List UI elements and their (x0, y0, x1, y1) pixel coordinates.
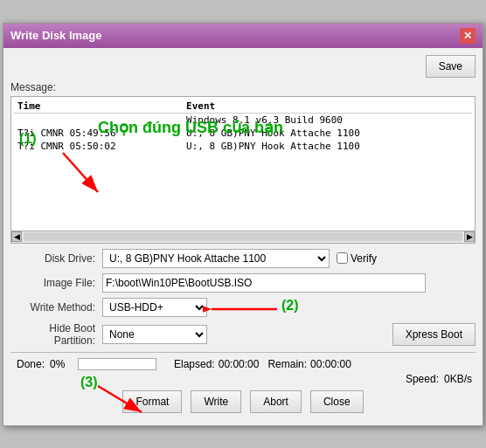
write-method-row: Write Method: USB-HDD+ USB-ZIP+ USB-FDD+… (10, 298, 476, 317)
verify-label: Verify (351, 252, 377, 265)
done-value: 0% (50, 358, 74, 370)
speed-value: 0KB/s (444, 373, 472, 385)
title-bar: Write Disk Image ✕ (3, 24, 483, 48)
remain-value: 00:00:00 (310, 358, 351, 370)
close-button[interactable]: Close (310, 390, 364, 413)
col-time: Time (14, 100, 183, 114)
scroll-left-btn[interactable]: ◀ (11, 231, 22, 242)
disk-drive-label: Disk Drive: (10, 252, 102, 265)
scroll-track (24, 232, 462, 241)
close-window-button[interactable]: ✕ (460, 28, 476, 44)
verify-check-container: Verify (337, 252, 377, 265)
log-time-2: T?i CMNR 05:50:02 (14, 140, 183, 153)
col-event: Event (183, 100, 472, 114)
disk-drive-row: Disk Drive: U:, 8 GB)PNY Hook Attache 11… (10, 249, 476, 268)
done-label: Done: (10, 358, 50, 370)
save-button[interactable]: Save (426, 55, 476, 78)
remain-group: Remain: 00:00:00 (267, 358, 351, 370)
message-label: Message: (10, 81, 476, 93)
window-title: Write Disk Image (10, 29, 102, 42)
image-file-input[interactable] (102, 273, 426, 293)
log-time-0 (14, 113, 183, 127)
hide-boot-label: Hide Boot Partition: (10, 322, 102, 347)
hide-boot-select[interactable]: None Yes (102, 325, 207, 344)
elapsed-group: Elapsed: 00:00:00 (174, 358, 259, 370)
progress-row: Done: 0% Elapsed: 00:00:00 Remain: 00:00… (10, 358, 476, 370)
remain-label: Remain: (267, 358, 307, 370)
log-time-1: T?i CMNR 05:49:56 (14, 127, 183, 140)
log-row-2: T?i CMNR 05:50:02 U:, 8 GB)PNY Hook Atta… (14, 140, 472, 153)
speed-label: Speed: (406, 373, 439, 385)
abort-button[interactable]: Abort (250, 390, 302, 413)
arrow-2-svg (203, 293, 281, 325)
log-row-0: Windows 8.1 v6.3 Build 9600 (14, 113, 472, 127)
annotation-label-2: (2) (281, 298, 299, 314)
bottom-buttons: Format Write Abort Close (10, 390, 476, 418)
log-table: Time Event Windows 8.1 v6.3 Build 9600 T… (14, 100, 472, 153)
log-event-2: U:, 8 GB)PNY Hook Attache 1100 (183, 140, 472, 153)
separator-1 (10, 352, 476, 353)
save-row: Save (10, 55, 476, 78)
write-method-label: Write Method: (10, 301, 102, 314)
annotation-label-3: (3) (80, 375, 98, 390)
log-header-row: Time Event (14, 100, 472, 114)
hide-boot-row: Hide Boot Partition: None Yes Xpress Boo… (10, 322, 476, 347)
write-method-select[interactable]: USB-HDD+ USB-ZIP+ USB-FDD+ USB-HDD USB-Z… (102, 298, 207, 317)
verify-checkbox[interactable] (337, 252, 348, 264)
image-file-label: Image File: (10, 277, 102, 289)
image-file-row: Image File: (10, 273, 476, 293)
progress-bar-container (78, 358, 156, 370)
log-scrollbar[interactable]: ◀ ▶ (10, 231, 476, 244)
log-wrapper: Time Event Windows 8.1 v6.3 Build 9600 T… (10, 96, 476, 231)
xpress-boot-button[interactable]: Xpress Boot (392, 323, 476, 346)
scroll-right-btn[interactable]: ▶ (464, 231, 475, 242)
format-button[interactable]: Format (122, 390, 182, 413)
main-window: Write Disk Image ✕ Save Message: Time Ev… (3, 23, 483, 426)
elapsed-value: 00:00:00 (219, 358, 260, 370)
log-area: Time Event Windows 8.1 v6.3 Build 9600 T… (10, 96, 476, 231)
content-area: Save Message: Time Event Windows 8.1 v6.… (3, 48, 483, 425)
log-event-1: U:, 8 GB)PNY Hook Attache 1100 (183, 127, 472, 140)
write-button[interactable]: Write (191, 390, 241, 413)
elapsed-label: Elapsed: (174, 358, 215, 370)
xpress-btn-container: Xpress Boot (392, 323, 476, 346)
disk-drive-select[interactable]: U:, 8 GB)PNY Hook Attache 1100 (102, 249, 330, 268)
log-row-1: T?i CMNR 05:49:56 U:, 8 GB)PNY Hook Atta… (14, 127, 472, 140)
bottom-area: (3) Format Write Abort Close (10, 390, 476, 418)
log-event-0: Windows 8.1 v6.3 Build 9600 (183, 113, 472, 127)
